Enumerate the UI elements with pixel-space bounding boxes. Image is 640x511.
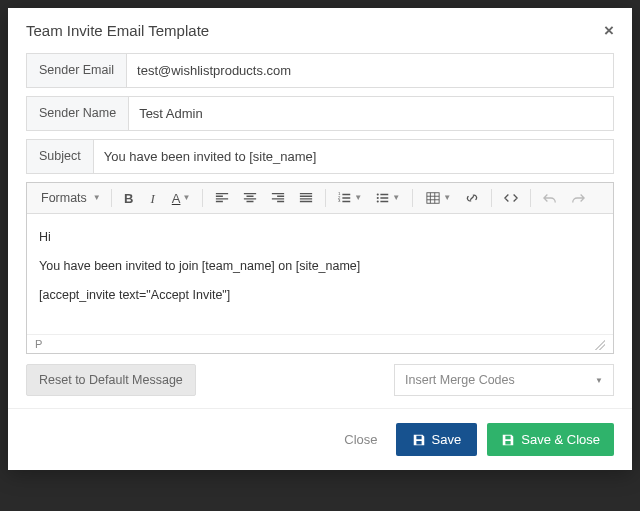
code-icon[interactable] [498, 187, 524, 209]
element-path[interactable]: P [35, 338, 42, 350]
chevron-down-icon: ▼ [93, 194, 101, 202]
close-link[interactable]: Close [344, 432, 377, 447]
save-icon [501, 433, 515, 447]
sender-name-input[interactable] [129, 97, 613, 130]
separator [202, 189, 203, 207]
separator [111, 189, 112, 207]
undo-icon[interactable] [537, 187, 563, 209]
rich-text-editor: Formats ▼ B I A ▼ 123 ▼ [26, 182, 614, 354]
table-icon[interactable]: ▼ [419, 187, 457, 209]
modal-title: Team Invite Email Template [26, 22, 209, 39]
unordered-list-icon[interactable]: ▼ [370, 187, 406, 209]
formats-dropdown[interactable]: Formats ▼ [33, 188, 105, 209]
below-editor-row: Reset to Default Message Insert Merge Co… [26, 364, 614, 396]
chevron-down-icon: ▼ [182, 194, 190, 202]
separator [491, 189, 492, 207]
italic-icon[interactable]: I [142, 188, 164, 209]
align-center-icon[interactable] [237, 187, 263, 209]
modal-dialog: Team Invite Email Template × Sender Emai… [8, 8, 632, 470]
editor-line: Hi [39, 228, 601, 247]
svg-rect-6 [427, 193, 439, 204]
chevron-down-icon: ▼ [595, 376, 603, 385]
editor-content-area[interactable]: Hi You have been invited to join [team_n… [27, 214, 613, 334]
field-sender-name: Sender Name [26, 96, 614, 131]
save-icon [412, 433, 426, 447]
bold-icon[interactable]: B [118, 188, 140, 209]
modal-header: Team Invite Email Template × [8, 8, 632, 53]
svg-point-5 [377, 200, 379, 202]
svg-point-3 [377, 193, 379, 195]
save-button[interactable]: Save [396, 423, 478, 456]
separator [325, 189, 326, 207]
sender-email-input[interactable] [127, 54, 613, 87]
editor-toolbar: Formats ▼ B I A ▼ 123 ▼ [27, 183, 613, 214]
chevron-down-icon: ▼ [392, 194, 400, 202]
align-justify-icon[interactable] [293, 187, 319, 209]
subject-label: Subject [27, 140, 94, 173]
svg-text:3: 3 [338, 198, 341, 203]
separator [530, 189, 531, 207]
redo-icon[interactable] [565, 187, 591, 209]
save-close-button-label: Save & Close [521, 432, 600, 447]
modal-body: Sender Email Sender Name Subject Formats… [8, 53, 632, 408]
subject-input[interactable] [94, 140, 613, 173]
editor-line: [accept_invite text="Accept Invite"] [39, 286, 601, 305]
resize-grip-icon[interactable] [595, 340, 605, 350]
reset-default-button[interactable]: Reset to Default Message [26, 364, 196, 396]
align-left-icon[interactable] [209, 187, 235, 209]
sender-name-label: Sender Name [27, 97, 129, 130]
editor-line: You have been invited to join [team_name… [39, 257, 601, 276]
save-button-label: Save [432, 432, 462, 447]
ordered-list-icon[interactable]: 123 ▼ [332, 187, 368, 209]
link-icon[interactable] [459, 187, 485, 209]
svg-point-4 [377, 197, 379, 199]
merge-codes-dropdown[interactable]: Insert Merge Codes ▼ [394, 364, 614, 396]
field-sender-email: Sender Email [26, 53, 614, 88]
sender-email-label: Sender Email [27, 54, 127, 87]
field-subject: Subject [26, 139, 614, 174]
merge-codes-placeholder: Insert Merge Codes [405, 373, 515, 387]
editor-status-bar: P [27, 334, 613, 353]
close-icon[interactable]: × [604, 22, 614, 39]
formats-label: Formats [41, 192, 87, 205]
text-color-icon[interactable]: A ▼ [166, 188, 197, 209]
chevron-down-icon: ▼ [443, 194, 451, 202]
save-close-button[interactable]: Save & Close [487, 423, 614, 456]
separator [412, 189, 413, 207]
modal-footer: Close Save Save & Close [8, 408, 632, 470]
chevron-down-icon: ▼ [354, 194, 362, 202]
align-right-icon[interactable] [265, 187, 291, 209]
